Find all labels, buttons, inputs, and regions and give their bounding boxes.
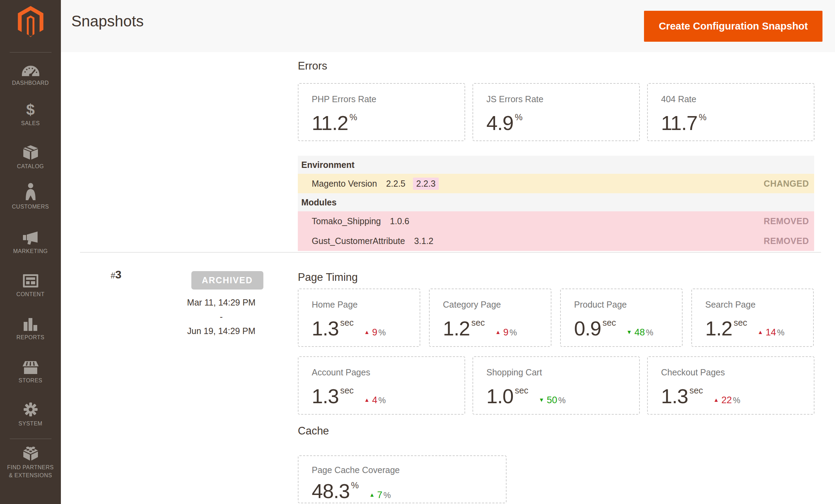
sidebar-item-stores[interactable]: STORES: [0, 360, 61, 384]
metric-label: Shopping Cart: [486, 367, 639, 377]
metric-label: Account Pages: [312, 367, 464, 377]
metric-value: 1.3sec4%: [312, 384, 464, 408]
trend-arrow-icon: [364, 329, 370, 335]
table-section-modules: Modules: [298, 193, 814, 211]
config-new-value: 2.2.3: [413, 178, 439, 190]
cache-section-heading: Cache: [298, 425, 329, 437]
dashboard-icon: [22, 63, 40, 76]
magento-admin-app: DASHBOARD $ SALES CATALOG CUSTOMERS MARK…: [0, 0, 835, 504]
metric-card-php-errors: PHP Errors Rate 11.2%: [298, 83, 465, 141]
timing-card-category-page: Category Page 1.2sec9%: [429, 288, 551, 347]
sidebar-item-label: CUSTOMERS: [12, 203, 49, 210]
sidebar-item-customers[interactable]: CUSTOMERS: [0, 186, 61, 210]
metric-value: 4.9%: [486, 111, 639, 135]
status-label: REMOVED: [764, 216, 809, 226]
trend-delta: 50%: [539, 395, 566, 405]
main-content: Errors PHP Errors Rate 11.2% JS Errors R…: [61, 52, 835, 504]
trend-arrow-icon: [539, 397, 544, 403]
trend-delta: 22%: [714, 395, 740, 405]
trend-arrow-icon: [364, 397, 370, 403]
metric-value: 0.9sec48%: [574, 317, 682, 340]
metric-label: Product Page: [574, 300, 682, 310]
table-row-gust-customerattribute: Gust_CustomerAttribute 3.1.2 REMOVED: [298, 231, 814, 251]
trend-delta: 14%: [758, 327, 785, 338]
sidebar-item-label: DASHBOARD: [12, 80, 49, 86]
snapshot-date-from: Mar 11, 14:29 PM: [169, 295, 273, 310]
trend-arrow-icon: [714, 397, 719, 403]
config-diff-table: Environment Magento Version 2.2.5 2.2.3 …: [298, 156, 814, 251]
snapshot-hash: #: [111, 271, 115, 280]
table-section-environment: Environment: [298, 156, 814, 174]
trend-delta: 48%: [627, 327, 653, 338]
sidebar-item-label: SALES: [21, 120, 40, 127]
metric-label: Category Page: [443, 300, 551, 310]
timing-card-shopping-cart: Shopping Cart 1.0sec50%: [472, 356, 640, 415]
sidebar-item-label: CATALOG: [17, 163, 44, 170]
metric-card-404-rate: 404 Rate 11.7%: [647, 83, 814, 141]
trend-delta: 9%: [364, 327, 386, 338]
page-header: Snapshots Create Configuration Snapshot: [61, 0, 835, 52]
sidebar-item-content[interactable]: CONTENT: [0, 274, 61, 298]
create-configuration-snapshot-button[interactable]: Create Configuration Snapshot: [644, 11, 822, 42]
page-timing-row-2: Account Pages 1.3sec4% Shopping Cart 1.0…: [298, 356, 814, 415]
sidebar-item-find-partners[interactable]: FIND PARTNERS & EXTENSIONS: [0, 447, 61, 479]
reports-icon: [23, 317, 38, 331]
trend-arrow-icon: [758, 329, 763, 335]
metric-label: Page Cache Coverage: [312, 465, 506, 475]
metric-value: 1.0sec50%: [486, 384, 639, 408]
config-name: Magento Version: [312, 179, 377, 189]
snapshot-date-to: Jun 19, 14:29 PM: [169, 324, 273, 338]
errors-section-heading: Errors: [298, 60, 327, 72]
metric-label: JS Errors Rate: [486, 94, 639, 104]
magento-logo[interactable]: [0, 6, 61, 38]
snapshot-number: #3: [111, 268, 121, 281]
config-old-value: 3.1.2: [414, 236, 434, 246]
sidebar-divider-bottom: [10, 439, 51, 439]
status-badge: ARCHIVED: [191, 271, 263, 290]
snapshot-date-range: Mar 11, 14:29 PM - Jun 19, 14:29 PM: [169, 295, 273, 338]
sidebar-item-label: SYSTEM: [18, 420, 42, 427]
catalog-icon: [23, 146, 39, 160]
config-old-value: 1.0.6: [390, 216, 409, 226]
metric-value: 11.2%: [312, 111, 464, 135]
timing-card-checkout-pages: Checkout Pages 1.3sec22%: [647, 356, 814, 415]
metric-value: 1.2sec14%: [705, 317, 813, 340]
sidebar-item-label: REPORTS: [16, 334, 45, 341]
metric-card-js-errors: JS Errors Rate 4.9%: [472, 83, 640, 141]
metric-value: 1.3sec22%: [661, 384, 814, 408]
metric-value: 11.7%: [661, 111, 814, 135]
sidebar-item-label: STORES: [18, 377, 42, 384]
trend-arrow-icon: [627, 329, 632, 335]
page-timing-section-heading: Page Timing: [298, 271, 358, 284]
cache-cards-row: Page Cache Coverage 48.3%7%: [298, 455, 507, 503]
status-label: CHANGED: [764, 179, 809, 189]
sidebar-item-system[interactable]: SYSTEM: [0, 403, 61, 427]
sidebar-item-catalog[interactable]: CATALOG: [0, 146, 61, 170]
system-icon: [23, 403, 38, 417]
config-name: Tomako_Shipping: [312, 216, 381, 226]
sales-icon: $: [26, 103, 34, 117]
error-cards-row: PHP Errors Rate 11.2% JS Errors Rate 4.9…: [298, 83, 814, 141]
sidebar-item-sales[interactable]: $ SALES: [0, 103, 61, 127]
config-old-value: 2.2.5: [386, 179, 406, 189]
snapshot-id: 3: [115, 268, 121, 281]
trend-arrow-icon: [495, 329, 501, 335]
sidebar-item-reports[interactable]: REPORTS: [0, 317, 61, 341]
stores-icon: [22, 360, 39, 374]
magento-logo-icon: [17, 6, 44, 38]
metric-label: 404 Rate: [661, 94, 814, 104]
content-icon: [23, 274, 39, 288]
metric-value: 1.3sec9%: [312, 317, 420, 340]
trend-delta: 7%: [369, 490, 391, 500]
metric-label: Search Page: [705, 300, 813, 310]
sidebar-item-label: MARKETING: [13, 248, 48, 254]
customers-icon: [25, 186, 37, 200]
sidebar-item-dashboard[interactable]: DASHBOARD: [0, 63, 61, 86]
config-name: Gust_CustomerAttribute: [312, 236, 405, 246]
metric-value: 1.2sec9%: [443, 317, 551, 340]
metric-label: Home Page: [312, 300, 420, 310]
timing-card-account-pages: Account Pages 1.3sec4%: [298, 356, 465, 415]
trend-delta: 9%: [495, 327, 517, 338]
section-title: Environment: [301, 160, 355, 170]
sidebar-item-marketing[interactable]: MARKETING: [0, 231, 61, 254]
